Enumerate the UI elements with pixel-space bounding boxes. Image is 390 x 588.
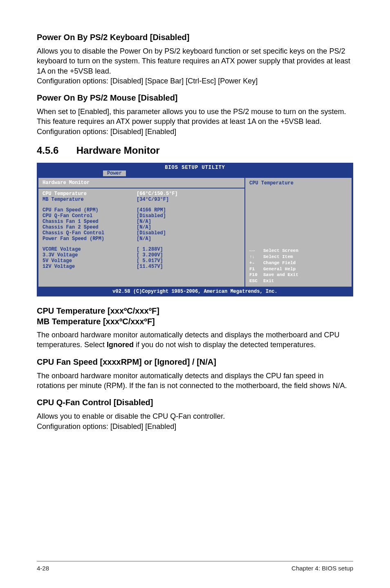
bios-tabs: Power	[38, 171, 352, 177]
bios-nav-desc: Select Item	[263, 254, 293, 259]
heading-temperature: CPU Temperature [xxxºC/xxxºF] MB Tempera…	[37, 305, 353, 327]
paragraph-ps2-mouse: When set to [Enabled], this parameter al…	[37, 107, 353, 137]
bios-setting-value: [ 1.288V]	[137, 247, 163, 252]
bios-setting-value: [34°C/93°F]	[137, 197, 169, 202]
bios-tab-power[interactable]: Power	[103, 171, 126, 176]
bios-nav-item: ↑↓Select Item	[249, 254, 347, 260]
heading-ps2-mouse: Power On By PS/2 Mouse [Disabled]	[37, 93, 353, 103]
bios-nav-key: F10	[249, 272, 263, 278]
heading-cpu-temp: CPU Temperature [xxxºC/xxxºF]	[37, 305, 353, 316]
bios-title: BIOS SETUP UTILITY	[38, 164, 352, 171]
bios-setting-row[interactable]: CPU Fan Speed (RPM)[4166 RPM]	[43, 207, 240, 213]
bios-panel-title: Hardware Monitor	[38, 178, 244, 189]
bios-setting-value: [ 3.200V]	[137, 252, 163, 258]
bios-setting-label: 3.3V Voltage	[43, 252, 137, 258]
bios-setting-value: [Disabled]	[137, 230, 166, 236]
paragraph-ps2-keyboard: Allows you to disable the Power On by PS…	[37, 46, 353, 86]
bios-nav-key: ↑↓	[249, 254, 263, 260]
bios-setting-value: [11.457V]	[137, 264, 163, 269]
bios-setting-label: VCORE Voltage	[43, 247, 137, 252]
bios-setting-value: [66°C/150.5°F]	[137, 191, 178, 197]
bios-nav-desc: Exit	[263, 278, 274, 283]
bios-setting-label: CPU Fan Speed (RPM)	[43, 207, 137, 213]
bios-setting-row[interactable]: CPU Q-Fan Control[Disabled]	[43, 213, 240, 219]
bios-nav-item: +-Change Field	[249, 260, 347, 266]
bios-setting-row[interactable]: 12V Voltage[11.457V]	[43, 264, 240, 269]
page: Power On By PS/2 Keyboard [Disabled] All…	[0, 0, 390, 588]
bios-nav-item: F1General Help	[249, 266, 347, 272]
bios-nav-desc: General Help	[263, 267, 296, 272]
bios-footer: v02.58 (C)Copyright 1985-2006, American …	[38, 287, 352, 296]
chapter-label: Chapter 4: BIOS setup	[291, 565, 353, 572]
bios-left-panel: Hardware Monitor CPU Temperature[66°C/15…	[38, 177, 245, 287]
heading-fan-speed: CPU Fan Speed [xxxxRPM] or [Ignored] / […	[37, 357, 353, 367]
heading-qfan: CPU Q-Fan Control [Disabled]	[37, 398, 353, 407]
bios-nav-key: ESC	[249, 278, 263, 284]
bios-setting-value: [N/A]	[137, 219, 151, 224]
bios-body: Hardware Monitor CPU Temperature[66°C/15…	[38, 177, 352, 287]
bios-setting-value: [4166 RPM]	[137, 207, 166, 213]
bios-nav-desc: Save and Exit	[263, 272, 298, 277]
bios-nav-key: ←→	[249, 248, 263, 254]
bios-settings-list: CPU Temperature[66°C/150.5°F]MB Temperat…	[38, 189, 244, 287]
bios-nav-desc: Change Field	[263, 260, 296, 265]
section-title: Hardware Monitor	[76, 145, 160, 156]
bios-setting-value: [N/A]	[137, 224, 151, 230]
bios-setting-row[interactable]: Power Fan Speed (RPM)[N/A]	[43, 236, 240, 242]
bios-setting-row[interactable]: Chassis Q-Fan Control[Disabled]	[43, 230, 240, 236]
page-number: 4-28	[37, 565, 49, 572]
bios-nav-block: ←→Select Screen↑↓Select Item+-Change Fie…	[249, 248, 347, 284]
bios-setting-label: CPU Temperature	[43, 191, 137, 197]
paragraph-temperature: The onboard hardware monitor automatical…	[37, 330, 353, 350]
bios-setting-label: Chassis Q-Fan Control	[43, 230, 137, 236]
bios-setting-label: MB Temperature	[43, 197, 137, 202]
bios-setting-label: Chassis Fan 2 Speed	[43, 224, 137, 230]
paragraph-fan-speed: The onboard hardware monitor automatical…	[37, 371, 353, 391]
bios-setting-row[interactable]: 3.3V Voltage[ 3.200V]	[43, 252, 240, 258]
bios-nav-key: F1	[249, 266, 263, 272]
bios-setting-label: 12V Voltage	[43, 264, 137, 269]
bios-nav-item: ESCExit	[249, 278, 347, 284]
page-footer: 4-28 Chapter 4: BIOS setup	[37, 561, 353, 572]
bios-setting-row[interactable]: MB Temperature[34°C/93°F]	[43, 197, 240, 202]
bios-setting-label: Chassis Fan 1 Speed	[43, 219, 137, 224]
bios-setting-label: CPU Q-Fan Control	[43, 213, 137, 219]
heading-mb-temp: MB Temperature [xxxºC/xxxºF]	[37, 316, 353, 327]
text-bold: Ignored	[107, 341, 134, 349]
bios-nav-desc: Select Screen	[263, 248, 298, 253]
bios-setting-value: [ 5.017V]	[137, 258, 163, 264]
bios-nav-item: F10Save and Exit	[249, 272, 347, 278]
bios-help-text: CPU Temperature	[249, 180, 347, 186]
bios-setting-row[interactable]: CPU Temperature[66°C/150.5°F]	[43, 191, 240, 197]
bios-setting-label: Power Fan Speed (RPM)	[43, 236, 137, 242]
bios-panel: BIOS SETUP UTILITY Power Hardware Monito…	[37, 163, 353, 296]
bios-nav-key: +-	[249, 260, 263, 266]
bios-setting-label: 5V Voltage	[43, 258, 137, 264]
bios-setting-row[interactable]: 5V Voltage[ 5.017V]	[43, 258, 240, 264]
bios-setting-row[interactable]: VCORE Voltage[ 1.288V]	[43, 247, 240, 252]
bios-setting-row[interactable]: Chassis Fan 1 Speed[N/A]	[43, 219, 240, 224]
text: if you do not wish to display the detect…	[134, 341, 316, 349]
section-heading: 4.5.6 Hardware Monitor	[37, 145, 353, 156]
bios-setting-row[interactable]: Chassis Fan 2 Speed[N/A]	[43, 224, 240, 230]
paragraph-qfan: Allows you to enable or disable the CPU …	[37, 411, 353, 431]
bios-setting-value: [Disabled]	[137, 213, 166, 219]
section-number: 4.5.6	[37, 145, 74, 156]
heading-ps2-keyboard: Power On By PS/2 Keyboard [Disabled]	[37, 33, 353, 42]
bios-setting-value: [N/A]	[137, 236, 151, 242]
bios-nav-item: ←→Select Screen	[249, 248, 347, 254]
bios-right-panel: CPU Temperature ←→Select Screen↑↓Select …	[245, 177, 352, 287]
